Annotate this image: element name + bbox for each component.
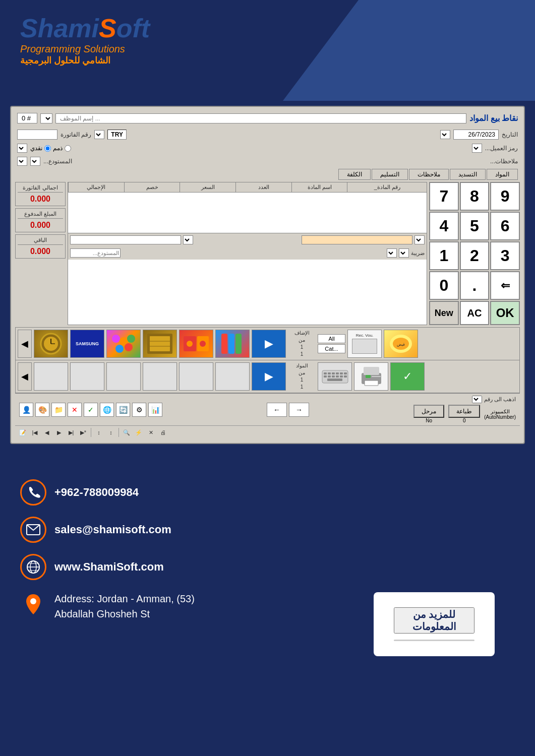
radio-cash[interactable]	[44, 145, 51, 152]
right-arrow-btn[interactable]: →	[289, 403, 309, 417]
numpad-0[interactable]: 0	[429, 271, 459, 300]
print-button[interactable]: طباعة	[448, 405, 480, 418]
numpad-new[interactable]: New	[429, 301, 459, 325]
lower-section: +962-788009984 sales@shamisoft.com	[0, 449, 535, 671]
numpad-7[interactable]: 7	[429, 182, 459, 211]
toolbar-icon-color[interactable]: 🎨	[35, 403, 49, 417]
numpad-8[interactable]: 8	[460, 182, 490, 211]
toolbar-icon-check[interactable]: ✓	[84, 403, 98, 417]
nav-filter[interactable]: ⚡	[133, 427, 144, 438]
bottom-dd1[interactable]: ▼	[414, 235, 425, 244]
product-blue[interactable]: ▶	[252, 330, 286, 358]
more-info-button[interactable]: للمزيد من المعلومات	[394, 607, 474, 634]
record-dropdown[interactable]: ▼	[40, 113, 52, 123]
product-lemon[interactable]: فيض	[384, 330, 418, 358]
prev-arrow[interactable]: ◀	[18, 330, 32, 358]
toolbar-icon-table[interactable]: 📊	[148, 403, 162, 417]
numpad-6[interactable]: 6	[490, 212, 520, 240]
svg-point-6	[127, 335, 135, 343]
stage-button[interactable]: مرحل	[413, 405, 444, 418]
prev-arrow-2[interactable]: ◀	[18, 362, 32, 391]
nav-record-icon[interactable]: 📝	[17, 427, 28, 438]
nav-print2[interactable]: 🖨	[157, 427, 168, 438]
bottom-field[interactable]	[70, 235, 181, 244]
tax-dd2[interactable]: ▼	[387, 248, 397, 258]
toolbar-icon-x[interactable]: ✕	[68, 403, 82, 417]
nav-last[interactable]: ▶|	[66, 427, 77, 438]
nav-find[interactable]: 🔍	[121, 427, 132, 438]
product-food[interactable]	[179, 330, 213, 358]
product-green[interactable]: ✓	[390, 362, 425, 391]
numpad-5[interactable]: 5	[460, 212, 490, 240]
numpad-backspace[interactable]: ⇐	[490, 271, 520, 300]
numpad-1[interactable]: 1	[429, 241, 459, 270]
nav-first[interactable]: |◀	[29, 427, 40, 438]
product-blue-2[interactable]: ▶	[252, 362, 286, 391]
numpad-grid: 7 8 9 4 5 6 1 2 3 0 . ⇐ New AC OK	[429, 182, 520, 325]
product-printer[interactable]	[354, 362, 388, 391]
product-wood[interactable]	[143, 330, 177, 358]
product-watch[interactable]	[34, 330, 68, 358]
product-slot-5[interactable]	[179, 362, 213, 391]
toolbar-icon-folder[interactable]: 📁	[51, 403, 66, 417]
tab-cost[interactable]: الكلفة	[338, 169, 371, 180]
nav-sort1[interactable]: ↕	[93, 427, 104, 438]
toolbar-icon-refresh[interactable]: 🔄	[116, 403, 130, 417]
client-dropdown[interactable]: ▼	[472, 144, 482, 153]
toolbar-icon-person[interactable]: 👤	[19, 403, 33, 417]
toolbar-icon-settings[interactable]: ⚙	[132, 403, 146, 417]
product-slot-3[interactable]	[106, 362, 141, 391]
tab-delivery[interactable]: التسليم	[372, 169, 408, 180]
numpad-dot[interactable]: .	[460, 271, 490, 300]
logo: ShamiSoft	[20, 15, 515, 41]
product-slot-4[interactable]	[143, 362, 177, 391]
product-slot-2[interactable]	[70, 362, 104, 391]
warehouse-dropdown[interactable]: ▼	[30, 157, 40, 166]
all-button[interactable]: All	[318, 334, 345, 343]
tab-materials[interactable]: المواد	[487, 169, 518, 180]
more-info-box: للمزيد من المعلومات	[374, 592, 495, 656]
date-dropdown[interactable]: ▼	[440, 130, 450, 139]
radio-credit[interactable]	[65, 145, 71, 152]
left-arrow-btn[interactable]: ←	[267, 403, 287, 417]
product-samsung[interactable]: SAMSUNG	[70, 330, 104, 358]
product-slot-6[interactable]	[215, 362, 250, 391]
product-keyboard[interactable]	[318, 362, 352, 391]
tab-notes[interactable]: ملاحظات	[409, 169, 449, 180]
svg-rect-35	[344, 375, 347, 377]
tab-payment[interactable]: التسديد	[450, 169, 486, 180]
pay-dropdown[interactable]: ▼	[17, 144, 27, 153]
col-item-name: اسم المادة	[291, 182, 347, 192]
toolbar-icon-earth[interactable]: 🌐	[100, 403, 114, 417]
numpad-ac[interactable]: AC	[460, 301, 490, 325]
bottom-dd2[interactable]: ▼	[183, 235, 193, 244]
numpad-4[interactable]: 4	[429, 212, 459, 240]
action-buttons-row: الكمبيوتر (AutoNumber) طباعة 0 مرحل No	[413, 405, 516, 423]
nav-clear[interactable]: ✕	[145, 427, 156, 438]
product-drinks[interactable]	[215, 330, 250, 358]
numpad-2[interactable]: 2	[460, 241, 490, 270]
numpad-9[interactable]: 9	[490, 182, 520, 211]
employee-input[interactable]	[55, 113, 466, 123]
product-slot-1[interactable]	[34, 362, 68, 391]
cat-button[interactable]: Cat...	[318, 344, 345, 353]
svg-rect-17	[221, 334, 227, 354]
warehouse-dd2[interactable]: ▼	[17, 157, 27, 166]
nav-sort2[interactable]: ↕	[105, 427, 116, 438]
date-input[interactable]	[453, 130, 499, 140]
nav-next[interactable]: ▶	[53, 427, 65, 438]
invoice-number-input[interactable]	[17, 130, 57, 140]
svg-rect-29	[344, 372, 347, 374]
bottom-orange-field[interactable]	[302, 235, 412, 244]
svg-rect-40	[366, 375, 371, 378]
numpad-3[interactable]: 3	[490, 241, 520, 270]
numpad-ok[interactable]: OK	[490, 301, 520, 325]
currency-dropdown[interactable]: ▼	[94, 130, 104, 139]
rec-vou-thumb[interactable]: Rec. Vou.	[347, 330, 382, 358]
goto-dropdown[interactable]: ▼	[472, 396, 482, 403]
tax-dd1[interactable]: ▼	[399, 248, 409, 258]
nav-new[interactable]: ▶*	[78, 427, 89, 438]
warehouse-bottom-input[interactable]	[70, 248, 121, 258]
product-pills[interactable]	[106, 330, 141, 358]
nav-prev[interactable]: ◀	[41, 427, 52, 438]
